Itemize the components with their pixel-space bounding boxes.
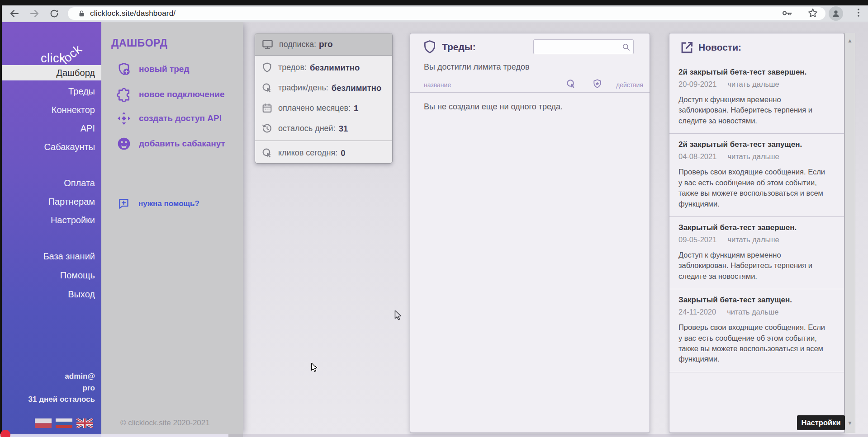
subscription-row-months: оплачено месяцев:1 — [255, 98, 392, 118]
search-icon[interactable] — [621, 42, 631, 53]
sidebar-item-api[interactable]: API — [0, 119, 101, 138]
user-plan: pro — [28, 382, 95, 394]
threads-limit-notice: Вы достигли лимита тредов — [424, 62, 529, 72]
divider — [410, 92, 650, 93]
column-header-name: название — [424, 81, 451, 89]
threads-title: Треды: — [442, 42, 476, 52]
player-settings-tooltip[interactable]: Настройки — [797, 415, 845, 430]
new-connection-button[interactable]: новое подключение — [117, 87, 225, 102]
uk-flag[interactable] — [76, 418, 93, 428]
user-days-left: 31 дней осталось — [28, 394, 95, 405]
person-icon — [831, 9, 841, 19]
shield-icon — [422, 39, 437, 55]
threads-panel: Треды: Вы достигли лимита тредов названи… — [410, 33, 650, 433]
copyright-text: © clicklock.site 2020-2021 — [120, 418, 210, 428]
threads-search — [533, 39, 634, 54]
news-item-body: Доступ к функциям временно заблокирован.… — [678, 250, 828, 282]
news-item: 2й закрытый бета-тест завершен. 20-09-20… — [669, 61, 844, 134]
news-title: Новости: — [698, 42, 741, 53]
dashboard-panel: ДАШБОРД новый тред новое подключение соз… — [101, 22, 243, 437]
shield-icon — [261, 62, 273, 73]
sidebar: clicklock Дашборд Треды Коннектор API Са… — [0, 22, 101, 437]
calendar-icon — [261, 103, 273, 114]
new-thread-button[interactable]: новый тред — [117, 62, 190, 76]
clicklock-logo[interactable]: clicklock — [41, 52, 88, 66]
move-arrows-icon — [117, 111, 131, 126]
scroll-up-icon[interactable]: ▲ — [845, 38, 855, 44]
address-bar[interactable]: clicklock.site/dashboard/ — [68, 7, 825, 20]
click-icon — [566, 79, 576, 91]
lock-icon — [78, 10, 85, 18]
sidebar-item-subaccounts[interactable]: Сабакаунты — [0, 138, 101, 156]
news-item: 2й закрытый бета-тест запущен. 04-08-202… — [669, 134, 844, 217]
click-icon — [261, 147, 273, 159]
threads-empty-message: Вы не создали еще ни одного треда. — [424, 102, 563, 112]
puzzle-icon — [117, 87, 131, 102]
news-item-body: Проверь свои входящие сообщения. Если у … — [678, 322, 828, 365]
russia-flag[interactable] — [56, 418, 72, 428]
news-item-title: Закрытый бета-тест завершен. — [678, 223, 835, 232]
news-list: 2й закрытый бета-тест завершен. 20-09-20… — [669, 61, 844, 372]
read-more-link[interactable]: читать дальше — [727, 235, 779, 244]
sidebar-group-main: Треды Коннектор API Сабакаунты — [0, 82, 101, 156]
history-clock-icon — [261, 123, 273, 134]
subscription-row-days-left: осталось дней:31 — [255, 118, 392, 139]
sidebar-item-logout[interactable]: Выход — [0, 285, 101, 304]
video-buffered-bar — [0, 434, 228, 437]
subscription-footer: кликов сегодня:0 — [255, 141, 392, 163]
poland-flag[interactable] — [35, 418, 52, 428]
news-item: Закрытый бета-тест запущен. 24-11-2020чи… — [669, 289, 844, 372]
news-item-title: 2й закрытый бета-тест завершен. — [678, 68, 835, 77]
sidebar-item-payment[interactable]: Оплата — [0, 174, 101, 193]
sidebar-item-threads[interactable]: Треды — [0, 82, 101, 101]
face-icon — [117, 136, 131, 151]
monitor-icon — [261, 38, 274, 51]
news-item-body: Доступ к функциям временно заблокирован.… — [678, 94, 828, 126]
column-header-actions: действия — [616, 81, 643, 89]
subscription-row-clicks-today: кликов сегодня:0 — [255, 143, 392, 163]
vertical-scrollbar[interactable]: ▲ ▼ — [844, 33, 855, 433]
sidebar-group-help: База знаний Помощь Выход — [0, 247, 101, 304]
back-icon[interactable] — [8, 7, 21, 20]
user-email: admin@ — [28, 371, 95, 382]
sidebar-item-help[interactable]: Помощь — [0, 266, 101, 285]
subscription-rows: тредов:безлимитно трафик/день:безлимитно… — [255, 56, 392, 139]
news-item-date: 04-08-2021 — [678, 152, 716, 161]
sidebar-group-account: Оплата Партнерам Настройки — [0, 174, 101, 230]
letterbox-left — [0, 0, 2, 437]
sidebar-item-partners[interactable]: Партнерам — [0, 193, 101, 211]
sidebar-item-dashboard[interactable]: Дашборд — [0, 65, 101, 80]
news-item-date: 24-11-2020 — [678, 308, 716, 316]
video-playhead[interactable] — [0, 430, 10, 437]
subscription-row-threads: тредов:безлимитно — [255, 57, 392, 78]
mouse-cursor — [309, 362, 320, 373]
news-item-title: Закрытый бета-тест запущен. — [678, 296, 835, 305]
add-subaccount-button[interactable]: добавить сабаканут — [117, 136, 225, 151]
key-icon[interactable] — [781, 7, 793, 21]
read-more-link[interactable]: читать дальше — [727, 152, 779, 161]
url-text: clicklock.site/dashboard/ — [90, 9, 175, 18]
subscription-card: подписка: pro тредов:безлимитно трафик/д… — [255, 33, 393, 164]
forward-icon[interactable] — [28, 7, 41, 20]
sidebar-item-knowledge-base[interactable]: База знаний — [0, 247, 101, 266]
sidebar-item-settings[interactable]: Настройки — [0, 211, 101, 230]
news-item-title: 2й закрытый бета-тест запущен. — [678, 140, 835, 149]
create-api-access-button[interactable]: создать доступ API — [117, 111, 222, 126]
menu-dots-icon[interactable] — [853, 7, 864, 20]
shield-plus-icon — [117, 62, 131, 76]
screen: clicklock.site/dashboard/ clicklock Дашб… — [0, 0, 868, 437]
need-help-link[interactable]: нужна помощь? — [118, 197, 199, 210]
read-more-link[interactable]: читать дальше — [727, 308, 778, 316]
read-more-link[interactable]: читать дальше — [727, 80, 779, 89]
scroll-down-icon[interactable]: ▼ — [845, 420, 855, 426]
page-title: ДАШБОРД — [111, 37, 167, 49]
sidebar-item-connector[interactable]: Коннектор — [0, 101, 101, 119]
reload-icon[interactable] — [47, 7, 61, 20]
letterbox-top — [0, 0, 868, 5]
subscription-header: подписка: pro — [255, 33, 392, 56]
user-info: admin@ pro 31 дней осталось — [28, 371, 95, 405]
profile-avatar[interactable] — [829, 6, 843, 21]
chat-plus-icon — [118, 197, 130, 210]
bookmark-star-icon[interactable] — [807, 7, 819, 21]
search-input[interactable] — [534, 40, 650, 54]
